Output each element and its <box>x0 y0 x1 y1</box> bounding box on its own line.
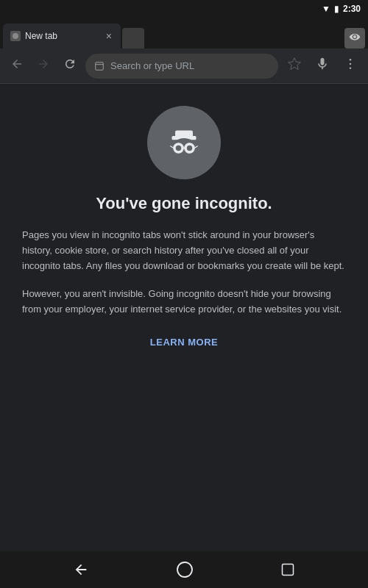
svg-rect-19 <box>283 564 294 576</box>
tab-title-label: New tab <box>25 31 100 41</box>
incognito-logo <box>147 106 221 179</box>
wifi-icon: ▼ <box>322 4 330 14</box>
svg-point-18 <box>177 562 192 577</box>
description-1: Pages you view in incognito tabs won't s… <box>22 228 346 273</box>
back-button[interactable] <box>6 53 28 79</box>
nav-home-icon <box>176 561 194 578</box>
back-icon <box>10 57 24 71</box>
svg-point-12 <box>176 146 182 151</box>
nav-recents-icon <box>280 562 295 577</box>
active-tab[interactable]: New tab × <box>3 24 121 49</box>
star-button[interactable] <box>283 52 306 79</box>
svg-point-3 <box>350 59 352 61</box>
tab-close-button[interactable]: × <box>105 29 113 43</box>
forward-icon <box>37 57 50 71</box>
more-icon <box>343 57 358 71</box>
nav-back-icon <box>73 562 89 578</box>
battery-icon: ▮ <box>334 4 339 14</box>
address-bar-placeholder: Search or type URL <box>110 60 269 71</box>
svg-rect-7 <box>175 131 193 139</box>
incognito-small-icon <box>349 32 361 44</box>
svg-point-4 <box>350 63 352 65</box>
nav-bar <box>0 551 368 588</box>
page-title: You've gone incognito. <box>96 194 272 213</box>
favicon-icon <box>12 32 19 40</box>
status-time: 2:30 <box>343 4 361 14</box>
nav-recents-button[interactable] <box>275 556 301 583</box>
svg-point-5 <box>350 68 352 70</box>
search-icon <box>94 61 105 71</box>
refresh-icon <box>63 57 77 71</box>
incognito-tab-icon <box>344 28 365 49</box>
nav-back-button[interactable] <box>67 556 95 584</box>
page-content: You've gone incognito. Pages you view in… <box>0 84 368 551</box>
svg-rect-1 <box>96 62 104 70</box>
refresh-button[interactable] <box>59 53 81 79</box>
forward-button[interactable] <box>32 53 54 79</box>
tab-bar: New tab × <box>0 18 368 49</box>
status-icons: ▼ ▮ 2:30 <box>322 4 361 14</box>
description-2: However, you aren't invisible. Going inc… <box>22 287 346 318</box>
svg-point-0 <box>13 33 18 39</box>
svg-rect-11 <box>183 148 186 149</box>
mic-icon <box>315 57 330 71</box>
address-bar[interactable]: Search or type URL <box>85 54 278 79</box>
browser-toolbar: Search or type URL <box>0 49 368 84</box>
svg-point-13 <box>187 146 193 151</box>
tab-favicon <box>10 31 21 41</box>
learn-more-link[interactable]: LEARN MORE <box>150 337 218 348</box>
mic-button[interactable] <box>311 52 334 79</box>
nav-home-button[interactable] <box>170 555 199 584</box>
tab-extra <box>122 28 144 49</box>
more-button[interactable] <box>339 52 362 79</box>
incognito-main-icon <box>162 121 206 165</box>
status-bar: ▼ ▮ 2:30 <box>0 0 368 18</box>
star-icon <box>287 57 302 71</box>
